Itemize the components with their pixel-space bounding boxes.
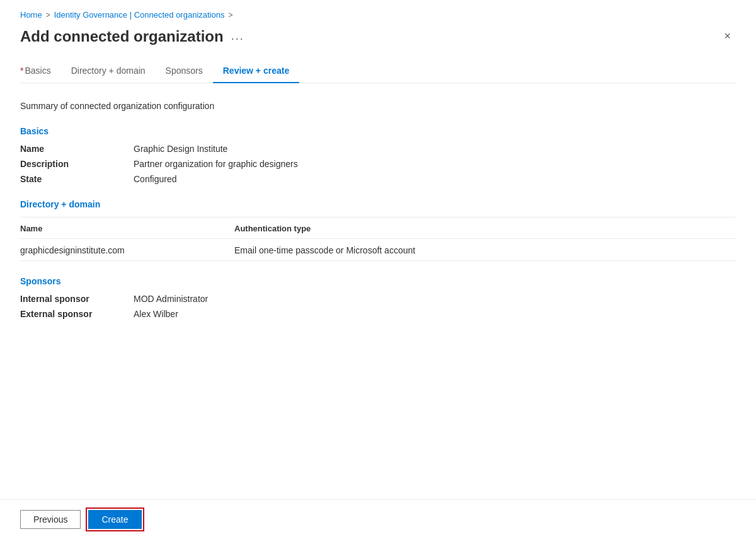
field-name-value: Graphic Design Institute <box>134 144 227 154</box>
close-button[interactable]: × <box>719 27 736 45</box>
field-external-sponsor-value: Alex Wilber <box>134 309 178 319</box>
tabs-container: *Basics Directory + domain Sponsors Revi… <box>20 61 736 83</box>
directory-domain-section: Directory + domain Name Authentication t… <box>20 199 736 261</box>
directory-domain-title: Directory + domain <box>20 199 736 209</box>
field-name-row: Name Graphic Design Institute <box>20 144 736 154</box>
sponsors-section: Sponsors Internal sponsor MOD Administra… <box>20 276 736 319</box>
table-header-row: Name Authentication type <box>20 217 736 239</box>
tab-basics[interactable]: *Basics <box>20 61 61 83</box>
field-external-sponsor-row: External sponsor Alex Wilber <box>20 309 736 319</box>
previous-button[interactable]: Previous <box>20 510 81 529</box>
table-row: graphicdesigninstitute.com Email one-tim… <box>20 239 736 261</box>
col-header-auth: Authentication type <box>234 224 736 233</box>
tab-sponsors[interactable]: Sponsors <box>156 61 213 83</box>
create-button[interactable]: Create <box>88 510 141 529</box>
breadcrumb-separator-2: > <box>228 11 232 20</box>
sponsors-section-title: Sponsors <box>20 276 736 286</box>
directory-domain-table: Name Authentication type graphicdesignin… <box>20 217 736 261</box>
page-title-row: Add connected organization ... <box>20 28 244 45</box>
tab-directory-domain[interactable]: Directory + domain <box>61 61 156 83</box>
more-options-button[interactable]: ... <box>231 30 244 43</box>
page-container: Home > Identity Governance | Connected o… <box>0 0 756 539</box>
breadcrumb-identity-governance[interactable]: Identity Governance | Connected organiza… <box>54 10 225 20</box>
field-internal-sponsor-label: Internal sponsor <box>20 294 134 304</box>
field-description-value: Partner organization for graphic designe… <box>134 159 298 169</box>
field-state-label: State <box>20 174 134 184</box>
field-internal-sponsor-row: Internal sponsor MOD Administrator <box>20 294 736 304</box>
field-internal-sponsor-value: MOD Administrator <box>134 294 208 304</box>
breadcrumb-home[interactable]: Home <box>20 10 42 20</box>
summary-description: Summary of connected organization config… <box>20 101 736 111</box>
breadcrumb-separator-1: > <box>46 11 50 20</box>
basics-section-title: Basics <box>20 126 736 136</box>
col-header-name: Name <box>20 224 234 233</box>
field-external-sponsor-label: External sponsor <box>20 309 134 319</box>
field-state-row: State Configured <box>20 174 736 184</box>
field-description-label: Description <box>20 159 134 169</box>
tab-review-create[interactable]: Review + create <box>213 61 299 83</box>
field-name-label: Name <box>20 144 134 154</box>
table-cell-name: graphicdesigninstitute.com <box>20 245 234 255</box>
table-cell-auth: Email one-time passcode or Microsoft acc… <box>234 245 736 255</box>
page-header: Add connected organization ... × <box>20 27 736 45</box>
field-state-value: Configured <box>134 174 177 184</box>
basics-section: Basics Name Graphic Design Institute Des… <box>20 126 736 184</box>
page-title: Add connected organization <box>20 28 224 45</box>
footer: Previous Create <box>0 499 756 539</box>
required-star: * <box>20 66 23 76</box>
field-description-row: Description Partner organization for gra… <box>20 159 736 169</box>
breadcrumb: Home > Identity Governance | Connected o… <box>20 10 736 20</box>
